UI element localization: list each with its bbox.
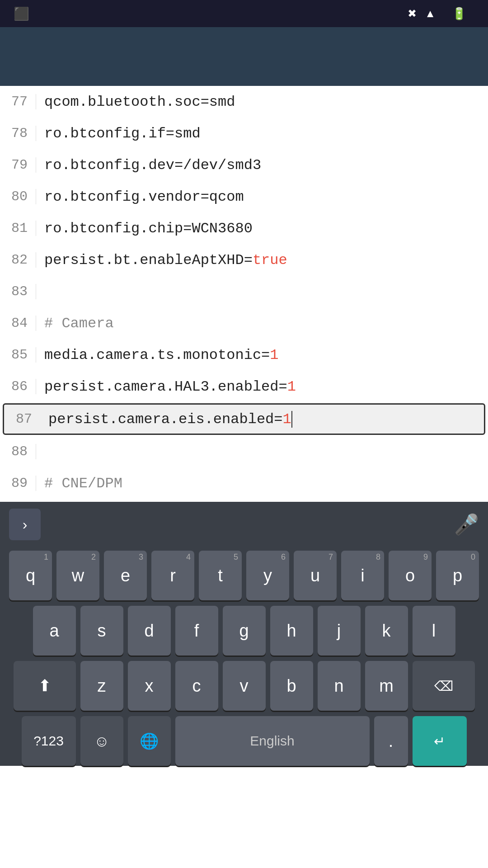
enter-key[interactable]: ↵ bbox=[413, 716, 467, 766]
globe-key[interactable]: 🌐 bbox=[128, 716, 171, 766]
shift-key[interactable]: ⬆ bbox=[14, 661, 76, 711]
line-content[interactable]: # CNE/DPM bbox=[36, 475, 488, 492]
key-b[interactable]: b bbox=[270, 661, 313, 711]
key-k[interactable]: k bbox=[365, 606, 408, 656]
line-number: 89 bbox=[0, 476, 36, 491]
code-line-88[interactable]: 88 bbox=[0, 436, 488, 467]
line-content[interactable]: ro.btconfig.dev=/dev/smd3 bbox=[36, 157, 488, 174]
line-content[interactable]: # Camera bbox=[36, 315, 488, 332]
code-line-89[interactable]: 89# CNE/DPM bbox=[0, 467, 488, 499]
status-bar: ⬛ ✖ ▲ 🔋 bbox=[0, 0, 488, 27]
line-content[interactable]: persist.camera.HAL3.enabled=1 bbox=[36, 378, 488, 395]
key-a[interactable]: a bbox=[33, 606, 76, 656]
key-m[interactable]: m bbox=[365, 661, 408, 711]
keyboard-row-3: ⬆ zxcvbnm ⌫ bbox=[3, 661, 485, 711]
key-h[interactable]: h bbox=[270, 606, 313, 656]
key-l[interactable]: l bbox=[413, 606, 455, 656]
key-u[interactable]: 7u bbox=[294, 551, 337, 600]
code-line-81[interactable]: 81ro.btconfig.chip=WCN3680 bbox=[0, 212, 488, 244]
key-c[interactable]: c bbox=[175, 661, 218, 711]
code-line-87[interactable]: 87persist.camera.eis.enabled=1 bbox=[3, 403, 485, 435]
keyboard: 1q2w3e4r5t6y7u8i9o0p asdfghjkl ⬆ zxcvbnm… bbox=[0, 547, 488, 766]
code-line-80[interactable]: 80ro.btconfig.vendor=qcom bbox=[0, 181, 488, 212]
key-w[interactable]: 2w bbox=[56, 551, 99, 600]
line-number: 86 bbox=[0, 379, 36, 394]
line-number: 79 bbox=[0, 157, 36, 173]
key-t[interactable]: 5t bbox=[199, 551, 242, 600]
signal-icon-2: ▲ bbox=[425, 7, 436, 20]
key-z[interactable]: z bbox=[80, 661, 123, 711]
line-content[interactable] bbox=[36, 283, 488, 300]
title-area bbox=[27, 56, 425, 57]
key-q[interactable]: 1q bbox=[9, 551, 52, 600]
code-line-77[interactable]: 77qcom.bluetooth.soc=smd bbox=[0, 86, 488, 118]
backspace-key[interactable]: ⌫ bbox=[413, 661, 475, 711]
code-line-78[interactable]: 78ro.btconfig.if=smd bbox=[0, 118, 488, 149]
line-number: 82 bbox=[0, 252, 36, 268]
code-line-83[interactable]: 83 bbox=[0, 276, 488, 307]
key-p[interactable]: 0p bbox=[436, 551, 479, 600]
key-s[interactable]: s bbox=[80, 606, 123, 656]
line-number: 88 bbox=[0, 444, 36, 459]
key-r[interactable]: 4r bbox=[151, 551, 194, 600]
code-line-82[interactable]: 82persist.bt.enableAptXHD=true bbox=[0, 244, 488, 276]
keyboard-expand-button[interactable]: › bbox=[9, 509, 41, 540]
key-g[interactable]: g bbox=[223, 606, 266, 656]
line-number: 87 bbox=[4, 411, 40, 427]
status-bar-photo-icon: ⬛ bbox=[14, 6, 29, 21]
line-number: 80 bbox=[0, 189, 36, 204]
line-number: 83 bbox=[0, 284, 36, 299]
code-line-85[interactable]: 85media.camera.ts.monotonic=1 bbox=[0, 339, 488, 371]
app-bar bbox=[0, 27, 488, 86]
code-line-79[interactable]: 79ro.btconfig.dev=/dev/smd3 bbox=[0, 149, 488, 181]
line-number: 77 bbox=[0, 94, 36, 109]
key-j[interactable]: j bbox=[318, 606, 361, 656]
line-content[interactable]: persist.camera.eis.enabled=1 bbox=[40, 411, 484, 428]
line-content[interactable]: ro.btconfig.chip=WCN3680 bbox=[36, 220, 488, 237]
line-content[interactable]: ro.btconfig.if=smd bbox=[36, 125, 488, 142]
key-y[interactable]: 6y bbox=[246, 551, 289, 600]
key-d[interactable]: d bbox=[128, 606, 171, 656]
microphone-button[interactable]: 🎤 bbox=[454, 513, 479, 536]
line-number: 81 bbox=[0, 221, 36, 236]
keyboard-toolbar: › 🎤 bbox=[0, 502, 488, 547]
key-x[interactable]: x bbox=[128, 661, 171, 711]
line-number: 85 bbox=[0, 347, 36, 363]
keyboard-row-2: asdfghjkl bbox=[3, 606, 485, 656]
line-number: 78 bbox=[0, 126, 36, 141]
key-o[interactable]: 9o bbox=[389, 551, 432, 600]
code-line-84[interactable]: 84# Camera bbox=[0, 307, 488, 339]
key-n[interactable]: n bbox=[318, 661, 361, 711]
number-symbol-key[interactable]: ?123 bbox=[22, 716, 76, 766]
period-key[interactable]: . bbox=[374, 716, 408, 766]
line-content[interactable] bbox=[36, 443, 488, 460]
keyboard-row-4: ?123 ☺ 🌐 English . ↵ bbox=[3, 716, 485, 766]
line-content[interactable]: ro.btconfig.vendor=qcom bbox=[36, 189, 488, 205]
key-v[interactable]: v bbox=[223, 661, 266, 711]
editor-area[interactable]: 77qcom.bluetooth.soc=smd78ro.btconfig.if… bbox=[0, 86, 488, 502]
line-content[interactable]: qcom.bluetooth.soc=smd bbox=[36, 94, 488, 110]
key-i[interactable]: 8i bbox=[341, 551, 384, 600]
code-line-86[interactable]: 86persist.camera.HAL3.enabled=1 bbox=[0, 371, 488, 402]
line-content[interactable]: media.camera.ts.monotonic=1 bbox=[36, 347, 488, 363]
line-content[interactable]: persist.bt.enableAptXHD=true bbox=[36, 252, 488, 269]
key-e[interactable]: 3e bbox=[104, 551, 147, 600]
emoji-key[interactable]: ☺ bbox=[80, 716, 123, 766]
keyboard-row-1: 1q2w3e4r5t6y7u8i9o0p bbox=[3, 551, 485, 600]
signal-icon-1: ✖ bbox=[408, 7, 417, 20]
line-number: 84 bbox=[0, 316, 36, 331]
battery-icon: 🔋 bbox=[452, 7, 466, 21]
key-f[interactable]: f bbox=[175, 606, 218, 656]
space-key[interactable]: English bbox=[175, 716, 370, 766]
